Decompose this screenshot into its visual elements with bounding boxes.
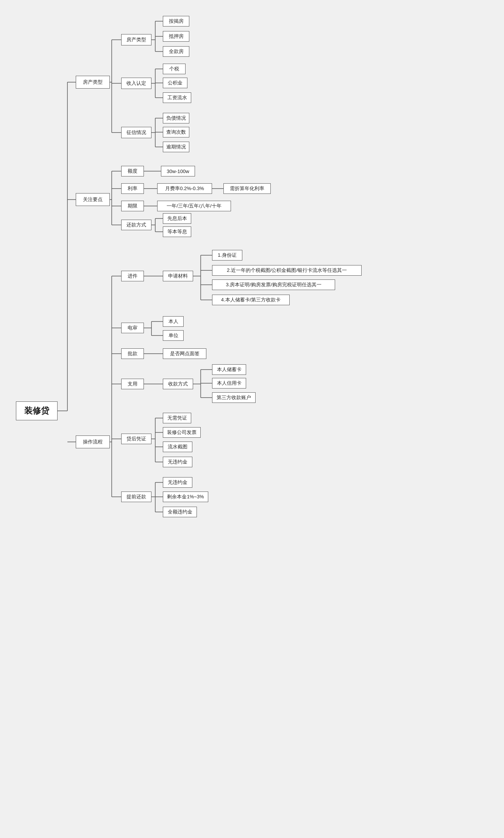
- fangchan-node: 房产类型: [76, 76, 110, 89]
- quan-wei-node: 全额违约金: [163, 507, 197, 517]
- root-node: 装修贷: [16, 401, 58, 420]
- quankuan-node: 全款房: [163, 46, 189, 57]
- anjie-node: 按揭房: [163, 16, 189, 27]
- house-doc-node: 3.房本证明/购房发票/购房完税证明任选其一: [212, 279, 335, 290]
- gongjijin-node: 公积金: [163, 78, 187, 88]
- qixian-node: 期限: [121, 201, 144, 211]
- connector-lines: [0, 0, 504, 838]
- ben-chupu-node: 本人储蓄卡: [212, 364, 246, 375]
- shifou-node: 是否网点面签: [163, 348, 206, 359]
- dengben-node: 等本等息: [163, 226, 191, 237]
- diagram-container: 装修贷 房产类型 关注要点 操作流程 房产类型 收入认定 征信情况 按揭房 抵押…: [0, 0, 504, 838]
- xianxi-node: 先息后本: [163, 213, 191, 224]
- wuwei2-node: 无违约金: [163, 477, 192, 488]
- edu-node: 额度: [121, 166, 144, 176]
- lv-node: 利率: [121, 183, 144, 194]
- id-node: 1.身份证: [212, 250, 242, 261]
- savings-doc-node: 4.本人储蓄卡/第三方收款卡: [212, 295, 290, 305]
- daihoucheng-node: 贷后凭证: [121, 434, 151, 444]
- wuxu-node: 无需凭证: [163, 413, 191, 423]
- liushui-jt-node: 流水截图: [163, 442, 192, 452]
- gongzi-node: 工资流水: [163, 92, 191, 103]
- ben-xinyong-node: 本人信用卡: [212, 378, 246, 389]
- shouru-node: 收入认定: [121, 78, 151, 89]
- caozuo-node: 操作流程: [76, 435, 110, 448]
- dizhi-node: 抵押房: [163, 31, 189, 42]
- yuqi-node: 逾期情况: [163, 142, 189, 152]
- beren-node: 本人: [163, 316, 184, 327]
- geshui-node: 个税: [163, 64, 186, 74]
- guanzhu-node: 关注要点: [76, 193, 110, 206]
- huankuan-node: 还款方式: [121, 220, 151, 230]
- tiqianhuan-node: 提前还款: [121, 492, 151, 502]
- zhengxin-node: 征信情况: [121, 127, 151, 138]
- tax-doc-node: 2.近一年的个税截图/公积金截图/银行卡流水等任选其一: [212, 265, 362, 276]
- lv-val-node: 月费率0.2%-0.3%: [157, 183, 212, 194]
- diansh-node: 电审: [121, 323, 144, 333]
- pik-node: 批款: [121, 348, 144, 359]
- jinjian-node: 进件: [121, 271, 144, 281]
- wuwei-node: 无违约金: [163, 457, 192, 467]
- zhiyong-node: 支用: [121, 379, 144, 389]
- fangchan-type-node: 房产类型: [121, 34, 151, 45]
- third-shoukuan-node: 第三方收款账户: [212, 392, 256, 403]
- lv-note-node: 需折算年化利率: [223, 183, 271, 194]
- shengyu-node: 剩余本金1%~3%: [163, 492, 208, 502]
- qixian-val-node: 一年/三年/五年/八年/十年: [157, 201, 231, 211]
- edu-val-node: 30w-100w: [161, 166, 195, 176]
- chaxun-node: 查询次数: [163, 127, 189, 137]
- zx-fapiao-node: 装修公司发票: [163, 427, 201, 438]
- danwei-node: 单位: [163, 330, 184, 341]
- fuzhai-node: 负债情况: [163, 113, 189, 123]
- shoukuan-node: 收款方式: [163, 379, 193, 389]
- shenqing-node: 申请材料: [163, 271, 193, 281]
